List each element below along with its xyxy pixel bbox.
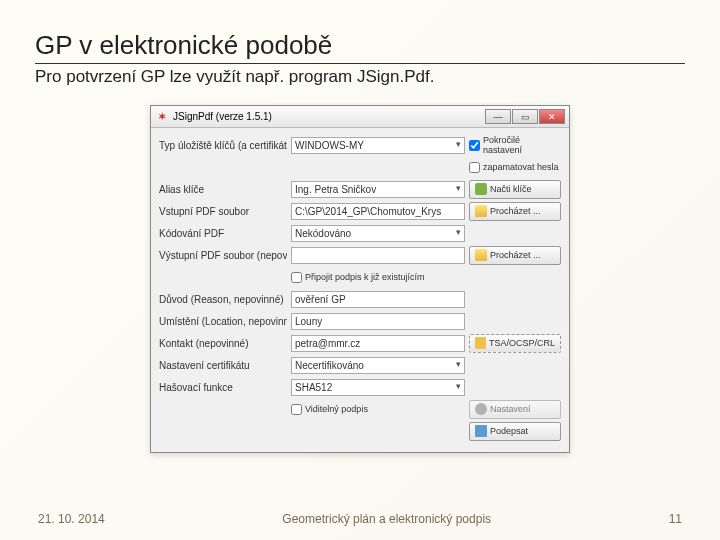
location-field[interactable]: Louny: [291, 313, 465, 330]
footer-date: 21. 10. 2014: [38, 512, 105, 526]
app-window: ✶ JSignPdf (verze 1.5.1) — ▭ ✕ Typ úloži…: [150, 105, 570, 453]
keystore-label: Typ úložiště klíčů (a certifikátů): [159, 140, 287, 151]
sign-button[interactable]: Podepsat: [469, 422, 561, 441]
cert-icon: [475, 337, 486, 349]
app-icon: ✶: [155, 110, 169, 124]
footer-page: 11: [669, 512, 682, 526]
cert-label: Nastavení certifikátu: [159, 360, 287, 371]
advanced-checkbox[interactable]: Pokročilé nastavení: [469, 135, 561, 155]
sign-icon: [475, 425, 487, 437]
browse-input-button[interactable]: Procházet ...: [469, 202, 561, 221]
tsa-button[interactable]: TSA/OCSP/CRL: [469, 334, 561, 353]
append-checkbox[interactable]: Připojit podpis k již existujícím: [291, 272, 465, 283]
maximize-button[interactable]: ▭: [512, 109, 538, 124]
hash-select[interactable]: SHA512: [291, 379, 465, 396]
folder-icon: [475, 205, 487, 217]
gear-icon: [475, 403, 487, 415]
hash-label: Hašovací funkce: [159, 382, 287, 393]
encoding-select[interactable]: Nekódováno: [291, 225, 465, 242]
visible-sig-checkbox[interactable]: Viditelný podpis: [291, 404, 465, 415]
settings-button: Nastavení: [469, 400, 561, 419]
location-label: Umístění (Location, nepovinné): [159, 316, 287, 327]
form-body: Typ úložiště klíčů (a certifikátů) WINDO…: [151, 128, 569, 452]
reason-label: Důvod (Reason, nepovinné): [159, 294, 287, 305]
browse-output-button[interactable]: Procházet ...: [469, 246, 561, 265]
minimize-button[interactable]: —: [485, 109, 511, 124]
contact-field[interactable]: petra@mmr.cz: [291, 335, 465, 352]
titlebar: ✶ JSignPdf (verze 1.5.1) — ▭ ✕: [151, 106, 569, 128]
keystore-select[interactable]: WINDOWS-MY: [291, 137, 465, 154]
slide-footer: 21. 10. 2014 Geometrický plán a elektron…: [0, 512, 720, 526]
close-button[interactable]: ✕: [539, 109, 565, 124]
footer-caption: Geometrický plán a elektronický podpis: [282, 512, 491, 526]
key-icon: [475, 183, 487, 195]
alias-select[interactable]: Ing. Petra Sničkov: [291, 181, 465, 198]
slide-subtitle: Pro potvrzení GP lze využít např. progra…: [35, 67, 685, 87]
input-pdf-field[interactable]: C:\GP\2014_GP\Chomutov_Krys: [291, 203, 465, 220]
alias-label: Alias klíče: [159, 184, 287, 195]
encoding-label: Kódování PDF: [159, 228, 287, 239]
slide-title: GP v elektronické podobě: [35, 30, 685, 64]
output-pdf-label: Výstupní PDF soubor (nepovinné): [159, 250, 287, 261]
reason-field[interactable]: ověření GP: [291, 291, 465, 308]
folder-icon: [475, 249, 487, 261]
window-title: JSignPdf (verze 1.5.1): [173, 111, 272, 122]
output-pdf-field[interactable]: [291, 247, 465, 264]
remember-checkbox[interactable]: zapamatovat hesla: [469, 162, 561, 173]
input-pdf-label: Vstupní PDF soubor: [159, 206, 287, 217]
contact-label: Kontakt (nepovinné): [159, 338, 287, 349]
load-keys-button[interactable]: Načti klíče: [469, 180, 561, 199]
cert-select[interactable]: Necertifikováno: [291, 357, 465, 374]
